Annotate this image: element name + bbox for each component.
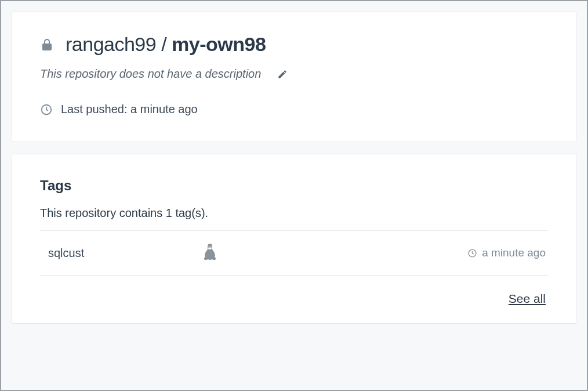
description-row: This repository does not have a descript… xyxy=(40,67,548,81)
lock-icon xyxy=(40,36,54,53)
tag-time: a minute ago xyxy=(482,247,546,259)
repo-separator: / xyxy=(156,33,172,55)
repo-name: my-own98 xyxy=(172,33,266,55)
tags-count-text: This repository contains 1 tag(s). xyxy=(40,207,548,220)
repo-title: rangach99 / my-own98 xyxy=(66,33,266,56)
tag-name: sqlcust xyxy=(48,247,202,260)
repo-title-row: rangach99 / my-own98 xyxy=(40,33,548,56)
repo-namespace: rangach99 xyxy=(66,33,156,55)
description-text: This repository does not have a descript… xyxy=(40,67,261,81)
see-all-row: See all xyxy=(40,292,548,306)
see-all-link[interactable]: See all xyxy=(509,292,546,306)
tag-row[interactable]: sqlcust a minute ago xyxy=(40,230,548,276)
repo-header-card: rangach99 / my-own98 This repository doe… xyxy=(12,12,576,142)
linux-icon xyxy=(202,244,218,262)
tags-heading: Tags xyxy=(40,178,548,194)
last-pushed-row: Last pushed: a minute ago xyxy=(40,103,548,116)
last-pushed-text: Last pushed: a minute ago xyxy=(61,103,198,116)
clock-icon xyxy=(40,103,53,116)
clock-icon xyxy=(467,248,477,258)
tags-card: Tags This repository contains 1 tag(s). … xyxy=(12,154,576,324)
pencil-icon[interactable] xyxy=(277,69,288,79)
tag-time-group: a minute ago xyxy=(467,247,546,259)
